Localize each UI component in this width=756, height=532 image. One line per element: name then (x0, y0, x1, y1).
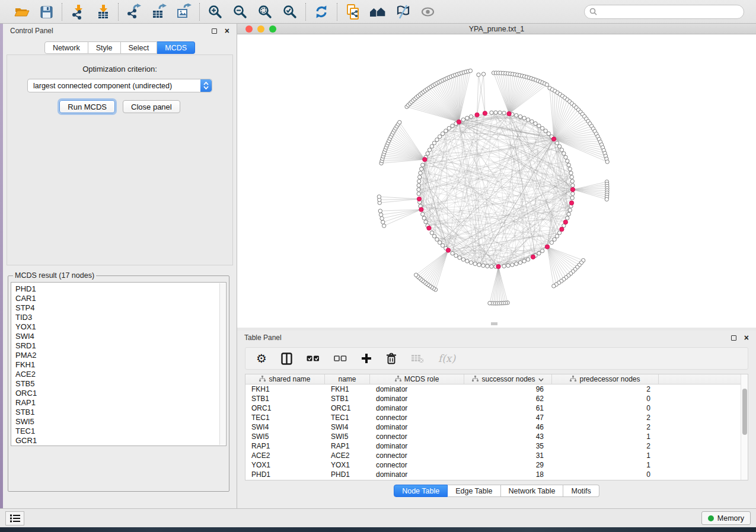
network-leaf-node[interactable] (377, 195, 381, 198)
network-node[interactable] (518, 115, 522, 118)
network-node[interactable] (454, 254, 458, 257)
hide-selected-icon[interactable] (394, 3, 412, 21)
network-node[interactable] (540, 126, 544, 130)
search-input[interactable] (600, 8, 739, 16)
table-scrollbar-thumb[interactable] (742, 389, 747, 435)
network-dominator-node[interactable] (457, 120, 461, 124)
table-row[interactable]: SWI4SWI4dominator462 (245, 422, 741, 432)
network-node[interactable] (421, 212, 425, 216)
mcds-result-item[interactable]: SWI5 (15, 417, 226, 427)
export-network-icon[interactable] (125, 3, 143, 21)
refresh-icon[interactable] (312, 3, 330, 21)
mcds-result-list[interactable]: PHD1CAR1STP4TID3YOX1SWI4SRD1PMA2FKH1ACE2… (11, 282, 227, 446)
network-node[interactable] (557, 145, 561, 148)
network-node[interactable] (430, 231, 433, 235)
network-node[interactable] (522, 116, 526, 120)
network-node[interactable] (426, 152, 429, 155)
network-node[interactable] (571, 184, 575, 187)
network-node[interactable] (570, 196, 574, 200)
network-node[interactable] (564, 155, 567, 159)
network-node[interactable] (435, 138, 439, 142)
network-dominator-node[interactable] (569, 201, 573, 205)
network-node[interactable] (562, 152, 566, 155)
network-node[interactable] (438, 241, 441, 244)
network-leaf-node[interactable] (382, 224, 385, 227)
network-leaf-node[interactable] (468, 69, 472, 72)
network-node[interactable] (469, 115, 473, 118)
search-field[interactable] (584, 5, 744, 19)
tab-network-table[interactable]: Network Table (501, 485, 564, 497)
network-node[interactable] (420, 167, 423, 171)
network-node[interactable] (422, 216, 426, 220)
network-node[interactable] (537, 124, 541, 127)
save-session-icon[interactable] (37, 3, 55, 21)
network-node[interactable] (432, 141, 436, 145)
network-node[interactable] (451, 251, 454, 255)
export-table-icon[interactable] (150, 3, 168, 21)
network-dominator-node[interactable] (496, 264, 500, 268)
network-dominator-node[interactable] (560, 227, 564, 231)
new-network-from-selection-icon[interactable] (344, 3, 362, 21)
deselect-all-rows-icon[interactable] (334, 354, 347, 363)
network-node[interactable] (438, 134, 441, 138)
network-leaf-node[interactable] (378, 209, 382, 213)
network-node[interactable] (568, 209, 572, 212)
tab-motifs[interactable]: Motifs (563, 485, 599, 497)
network-node[interactable] (424, 220, 428, 223)
network-node[interactable] (569, 171, 573, 175)
column-header-successor-nodes[interactable]: successor nodes (464, 374, 552, 384)
network-node[interactable] (419, 171, 422, 175)
network-leaf-node[interactable] (381, 220, 385, 224)
network-dominator-node[interactable] (475, 113, 479, 117)
network-node[interactable] (498, 111, 502, 114)
network-node[interactable] (432, 234, 436, 238)
network-node[interactable] (570, 180, 574, 183)
tab-select[interactable]: Select (121, 41, 158, 54)
network-leaf-node[interactable] (605, 197, 608, 201)
mcds-result-item[interactable]: PHD1 (15, 284, 226, 294)
network-node[interactable] (550, 241, 553, 244)
network-node[interactable] (461, 118, 465, 121)
network-node[interactable] (515, 114, 518, 117)
network-node[interactable] (417, 180, 421, 183)
network-leaf-node[interactable] (605, 160, 609, 164)
mcds-result-item[interactable]: GCR1 (15, 436, 226, 446)
mcds-result-item[interactable]: RAP1 (15, 398, 226, 408)
network-dominator-node[interactable] (545, 245, 549, 249)
network-node[interactable] (506, 264, 510, 267)
table-row[interactable]: FKH1FKH1dominator962 (245, 384, 741, 394)
mcds-result-item[interactable]: CAR1 (15, 294, 226, 303)
table-row[interactable]: ORC1ORC1dominator610 (245, 403, 741, 413)
network-node[interactable] (417, 188, 420, 191)
mcds-result-item[interactable]: PMA2 (15, 351, 226, 360)
network-canvas[interactable] (237, 34, 756, 328)
network-node[interactable] (537, 251, 541, 255)
close-panel-button[interactable]: Close panel (123, 100, 180, 113)
export-image-icon[interactable] (175, 3, 193, 21)
mcds-result-item[interactable]: STP4 (15, 303, 226, 313)
network-node[interactable] (490, 111, 493, 114)
tab-network[interactable]: Network (44, 41, 88, 54)
network-window-titlebar[interactable]: YPA_prune.txt_1 (237, 24, 756, 34)
network-dominator-node[interactable] (507, 111, 511, 116)
table-row[interactable]: RAP1RAP1dominator352 (245, 441, 741, 451)
network-node[interactable] (502, 111, 506, 115)
mcds-result-item[interactable]: TID3 (15, 313, 226, 322)
network-leaf-node[interactable] (414, 273, 417, 277)
network-node[interactable] (428, 148, 431, 152)
network-node[interactable] (544, 129, 547, 133)
show-panels-menu-button[interactable] (5, 511, 24, 525)
network-node[interactable] (515, 262, 518, 265)
network-node[interactable] (441, 243, 444, 247)
add-column-icon[interactable] (361, 353, 372, 364)
network-node[interactable] (465, 259, 469, 263)
zoom-in-icon[interactable] (206, 3, 224, 21)
network-leaf-node[interactable] (552, 284, 556, 288)
mcds-result-item[interactable]: STB5 (15, 379, 226, 389)
select-all-rows-icon[interactable] (307, 354, 320, 363)
import-table-icon[interactable] (94, 3, 111, 21)
mcds-list-scrollbar[interactable] (219, 283, 225, 445)
tab-style[interactable]: Style (88, 41, 121, 54)
table-row[interactable]: SWI5SWI5connector431 (245, 432, 741, 441)
network-node[interactable] (502, 264, 506, 268)
